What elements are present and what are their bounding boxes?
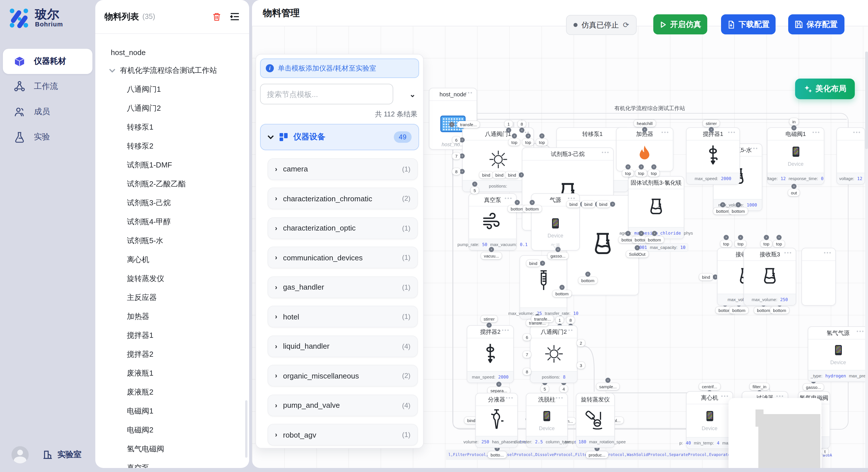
port-dot-icon[interactable]: › — [776, 235, 782, 240]
port-bind[interactable]: bind — [596, 201, 610, 208]
port-dot-icon[interactable]: › — [460, 154, 465, 159]
minimap[interactable] — [728, 398, 822, 468]
refresh-icon[interactable]: ⟳ — [623, 21, 629, 29]
port-6[interactable]: 6 — [453, 136, 460, 143]
port-bind[interactable]: bind — [505, 171, 519, 178]
port-bind[interactable]: bind — [567, 201, 580, 208]
save-config-button[interactable]: 保存配置 — [788, 14, 844, 34]
node-menu-icon[interactable]: ••• — [784, 250, 792, 256]
port-bottom[interactable]: bottom — [578, 277, 597, 284]
sidebar-item-workflow[interactable]: 工作流 — [0, 74, 95, 99]
tree-item[interactable]: 搅拌器1 — [95, 326, 246, 345]
port-stirrer[interactable]: stirrer — [481, 315, 497, 322]
port-top[interactable]: top — [636, 170, 647, 177]
port-4[interactable]: 4 — [560, 385, 568, 392]
port-dot-icon[interactable]: › — [652, 231, 657, 236]
port-8[interactable]: 8 — [518, 121, 526, 127]
port-dot-icon[interactable]: › — [639, 231, 644, 236]
port-dot-icon[interactable]: › — [487, 323, 492, 328]
tree-item[interactable]: 离心机 — [95, 250, 246, 269]
tree-item[interactable]: 搅拌器2 — [95, 345, 246, 364]
port-SolidOut[interactable]: SolidOut — [626, 250, 648, 258]
node-menu-icon[interactable]: ••• — [750, 146, 758, 151]
tree-item[interactable]: 真空泵 — [95, 458, 246, 468]
port-gasso[interactable]: gasso... — [803, 384, 824, 391]
node-receiver-3[interactable]: 接收瓶3•••max_volume:250 — [743, 248, 796, 306]
tree-item[interactable]: 主反应器 — [95, 288, 246, 307]
port-dot-icon[interactable]: › — [489, 247, 494, 252]
port-bind[interactable]: bind — [699, 274, 713, 280]
port-dot-icon[interactable]: › — [738, 235, 743, 240]
port-in[interactable]: in — [789, 118, 799, 125]
port-top[interactable]: top — [622, 170, 634, 177]
tree-item[interactable]: 试剂瓶1-DMF — [95, 156, 246, 174]
node-menu-icon[interactable]: ••• — [506, 395, 514, 401]
node-stirrer-1[interactable]: 搅拌器1•••max_speed:2000 — [686, 127, 740, 185]
port-dot-icon[interactable]: › — [496, 382, 501, 387]
port-dot-icon[interactable]: › — [792, 184, 797, 189]
port-dot-icon[interactable]: › — [555, 247, 561, 252]
logo[interactable]: 玻尔 Bohrium — [7, 6, 63, 29]
port-dot-icon[interactable]: › — [651, 164, 656, 169]
port-botto[interactable]: botto... — [488, 451, 507, 458]
node-menu-icon[interactable]: ••• — [568, 196, 576, 201]
tree-item[interactable]: 旋转蒸发仪 — [95, 269, 246, 288]
port-dot-icon[interactable]: › — [709, 127, 714, 132]
port-bottom[interactable]: bottom — [645, 236, 664, 243]
port-5[interactable]: 5 — [471, 187, 479, 194]
port-dot-icon[interactable]: › — [515, 200, 520, 205]
tree-item[interactable]: 试剂瓶5-水 — [95, 231, 246, 250]
port-8[interactable]: 8 — [567, 316, 575, 324]
port-5[interactable]: 5 — [541, 385, 549, 392]
chevron-down-icon[interactable]: ⌄ — [409, 90, 415, 98]
sidebar-item-lab[interactable]: 实验室 — [42, 450, 82, 460]
port-top[interactable]: top — [508, 139, 520, 146]
node-menu-icon[interactable]: ••• — [556, 395, 564, 401]
port-bottom[interactable]: bottom — [729, 208, 748, 214]
tree-item[interactable]: 八通阀门1 — [95, 80, 246, 99]
node-elution-column[interactable]: 洗脱柱•••Devicediameter:2.5column_type:si — [526, 393, 568, 448]
port-top[interactable]: top — [522, 139, 534, 146]
port-bind[interactable]: bind — [493, 171, 506, 178]
port-2[interactable]: 2 — [577, 339, 585, 346]
port-top[interactable]: top — [735, 240, 747, 247]
port-centrif[interactable]: centrif... — [699, 383, 720, 390]
port-dot-icon[interactable]: › — [606, 378, 611, 383]
port-8[interactable]: 8 — [523, 368, 531, 375]
port-top[interactable]: top — [648, 170, 660, 177]
tree-root[interactable]: host_node — [95, 43, 246, 61]
port-dot-icon[interactable]: › — [585, 272, 590, 277]
sidebar-item-experiments[interactable]: 实验 — [0, 125, 95, 150]
port-dot-icon[interactable]: › — [512, 133, 517, 138]
port-sample[interactable]: sample... — [596, 383, 620, 390]
port-bind[interactable]: bind — [526, 260, 540, 267]
node-vacuum-pump[interactable]: 真空泵•••pump_rate:50max_vacuum:0.1 — [468, 193, 517, 250]
tree-item[interactable]: 转移泵1 — [95, 117, 246, 136]
tree-item[interactable]: 试剂瓶3-己烷 — [95, 193, 246, 212]
port-dot-icon[interactable]: › — [530, 200, 535, 205]
node-menu-icon[interactable]: ••• — [818, 394, 826, 399]
category-hotel[interactable]: ›hotel(1) — [268, 306, 418, 328]
port-dot-icon[interactable]: › — [460, 137, 465, 142]
category-characterization_optic[interactable]: ›characterization_optic(1) — [268, 217, 418, 239]
port-transfe[interactable]: transfe... — [457, 121, 479, 128]
node-centrifuge[interactable]: 离心机•••Devicep:40min_temp:4max_spe — [686, 391, 733, 449]
avatar[interactable] — [11, 446, 29, 463]
port-dot-icon[interactable]: › — [449, 122, 454, 127]
port-filter_in[interactable]: filter_in — [750, 383, 769, 390]
trash-icon[interactable] — [212, 12, 222, 22]
tree-item[interactable]: 电磁阀1 — [95, 401, 246, 420]
canvas-scrollbar-thumb[interactable] — [865, 52, 868, 149]
port-dot-icon[interactable]: › — [634, 245, 640, 250]
port-dot-icon[interactable]: › — [472, 181, 477, 187]
port-dot-icon[interactable]: › — [736, 202, 741, 207]
node-menu-icon[interactable]: ••• — [565, 328, 574, 333]
tree-item[interactable]: 废液瓶1 — [95, 364, 246, 382]
tree-item[interactable]: 试剂瓶2-乙酸乙酯 — [95, 174, 246, 193]
tree-item[interactable]: 废液瓶2 — [95, 382, 246, 401]
node-menu-icon[interactable]: ••• — [505, 196, 513, 201]
sidebar-item-instruments[interactable]: 仪器耗材 — [3, 49, 92, 74]
port-dot-icon[interactable]: › — [720, 202, 725, 207]
download-config-button[interactable]: 下载配置 — [721, 14, 776, 34]
port-dot-icon[interactable]: › — [559, 285, 565, 290]
